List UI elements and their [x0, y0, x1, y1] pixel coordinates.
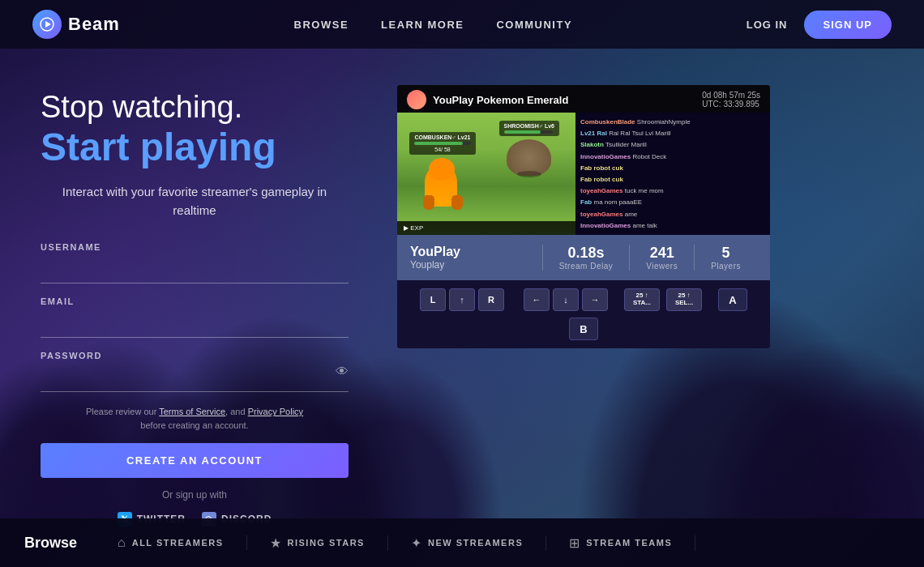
rising-stars-label: RISING STARS — [288, 538, 365, 548]
username-label: USERNAME — [41, 242, 349, 252]
chat-message: CombuskenBlade ShroomiahNymple — [580, 117, 765, 126]
b-button[interactable]: B — [569, 318, 598, 340]
nav-learn-more[interactable]: LEARN MORE — [381, 19, 464, 31]
l-button[interactable]: L — [420, 288, 446, 311]
nav-browse[interactable]: BROWSE — [294, 19, 349, 31]
stream-title-bar: YouPlay Pokemon Emerald 0d 08h 57m 25s U… — [397, 85, 770, 114]
channel-sub: Youplay — [410, 259, 542, 271]
right-panel: YouPlay Pokemon Emerald 0d 08h 57m 25s U… — [397, 81, 883, 348]
players-value: 5 — [711, 245, 741, 262]
privacy-link[interactable]: Privacy Policy — [248, 407, 303, 416]
or-sign-up-text: Or sign up with — [41, 489, 349, 501]
game-screen: SHROOMISH♂ Lv6 — [397, 113, 575, 235]
stream-video: YouPlay Pokemon Emerald 0d 08h 57m 25s U… — [397, 85, 770, 235]
password-input[interactable] — [41, 365, 349, 392]
stream-title-text: YouPlay Pokemon Emerald — [433, 94, 568, 106]
username-input[interactable] — [41, 257, 349, 284]
players-stat: 5 Players — [694, 245, 757, 271]
new-icon: ✦ — [411, 535, 421, 551]
email-label: EMAIL — [41, 296, 349, 306]
right-button[interactable]: → — [582, 288, 608, 311]
new-streamers-label: NEW STREAMERS — [428, 538, 523, 548]
bottom-bar: Browse ⌂ ALL STREAMERS ★ RISING STARS ✦ … — [0, 518, 924, 567]
tagline-blue: Start playing — [41, 126, 349, 169]
home-icon: ⌂ — [118, 535, 126, 550]
chat-message: Lv21 Ral Ral Ral Tsul Lvl Marill — [580, 129, 765, 138]
create-account-button[interactable]: CREATE AN ACCOUNT — [41, 443, 349, 478]
stream-timer: 0d 08h 57m 25s UTC: 33:39.895 — [702, 91, 760, 109]
stream-delay-label: Stream Delay — [559, 262, 614, 271]
header: Beam BROWSE LEARN MORE COMMUNITY LOG IN … — [0, 0, 924, 49]
chat-message: Slakotn Tsullider Marill — [580, 140, 765, 149]
start-button[interactable]: 25 ↑ STA... — [624, 288, 660, 311]
chat-message: toyeahGames tuck me mom — [580, 186, 765, 195]
stream-delay-value: 0.18s — [559, 245, 614, 262]
stream-info-bar: YouPlay Youplay 0.18s Stream Delay 241 V… — [397, 235, 770, 280]
stream-delay-stat: 0.18s Stream Delay — [542, 245, 630, 271]
hero-subtitle: Interact with your favorite streamer's g… — [41, 183, 349, 220]
password-group: PASSWORD 👁 — [41, 351, 349, 392]
controls-row-2: ← ↓ → — [524, 288, 608, 311]
email-group: EMAIL — [41, 296, 349, 338]
nav-community[interactable]: COMMUNITY — [496, 19, 572, 31]
show-password-icon[interactable]: 👁 — [336, 364, 349, 379]
terms-link[interactable]: Terms of Service — [159, 407, 225, 416]
viewers-label: Viewers — [646, 262, 678, 271]
main-nav: BROWSE LEARN MORE COMMUNITY — [294, 19, 573, 31]
chat-message: InnovatioGames Robot Deck — [580, 152, 765, 161]
header-actions: LOG IN SIGN UP — [746, 11, 892, 39]
viewers-stat: 241 Viewers — [629, 245, 694, 271]
tagline-white: Stop watching. — [41, 89, 349, 126]
stream-channel: YouPlay Youplay — [410, 245, 542, 271]
select-button[interactable]: 25 ↑ SEL... — [666, 288, 702, 311]
chat-message: Fab robot cuk — [580, 175, 765, 184]
browse-nav: ⌂ ALL STREAMERS ★ RISING STARS ✦ NEW STR… — [118, 535, 900, 551]
chat-message: Fab ma nom paaaEE — [580, 198, 765, 207]
r-button[interactable]: R — [478, 288, 504, 311]
svg-marker-1 — [45, 21, 51, 28]
browse-stream-teams[interactable]: ⊞ STREAM TEAMS — [546, 535, 695, 551]
channel-name: YouPlay — [410, 245, 542, 259]
browse-new-streamers[interactable]: ✦ NEW STREAMERS — [388, 535, 546, 551]
left-panel: Stop watching. Start playing Interact wi… — [41, 81, 349, 526]
logo[interactable]: Beam — [32, 10, 120, 39]
a-button[interactable]: A — [718, 288, 747, 311]
stream-avatar — [407, 90, 426, 109]
left-button[interactable]: ← — [524, 288, 550, 311]
viewers-value: 241 — [646, 245, 678, 262]
email-input[interactable] — [41, 311, 349, 338]
stream-teams-label: STREAM TEAMS — [586, 538, 672, 548]
browse-all-streamers[interactable]: ⌂ ALL STREAMERS — [118, 535, 246, 550]
chat-message: Fab robot cuk — [580, 164, 765, 173]
players-label: Players — [711, 262, 741, 271]
chat-message: InnovatioGames ame talk — [580, 221, 765, 230]
browse-label: Browse — [24, 535, 77, 552]
down-button[interactable]: ↓ — [553, 288, 579, 311]
controls-row-1: L ↑ R — [420, 288, 504, 311]
game-controls: L ↑ R ← ↓ → 25 ↑ STA... 25 ↑ SEL... A — [397, 280, 770, 348]
login-link[interactable]: LOG IN — [746, 19, 788, 31]
all-streamers-label: ALL STREAMERS — [132, 538, 224, 548]
logo-icon — [32, 10, 62, 39]
browse-rising-stars[interactable]: ★ RISING STARS — [247, 535, 388, 551]
stream-container: YouPlay Pokemon Emerald 0d 08h 57m 25s U… — [397, 85, 770, 348]
terms-text: Please review our Terms of Service, and … — [41, 405, 349, 432]
signup-button[interactable]: SIGN UP — [804, 11, 892, 39]
main-content: Stop watching. Start playing Interact wi… — [0, 49, 924, 478]
logo-text: Beam — [68, 14, 120, 35]
teams-icon: ⊞ — [569, 535, 580, 551]
chat-message: boyeahGames ame — [580, 232, 765, 235]
chat-message: toyeahGames ame — [580, 210, 765, 219]
username-group: USERNAME — [41, 242, 349, 284]
up-button[interactable]: ↑ — [449, 288, 475, 311]
star-icon: ★ — [270, 535, 281, 551]
chat-sidebar: CombuskenBlade ShroomiahNymple Lv21 Ral … — [575, 113, 770, 235]
password-label: PASSWORD — [41, 351, 349, 360]
